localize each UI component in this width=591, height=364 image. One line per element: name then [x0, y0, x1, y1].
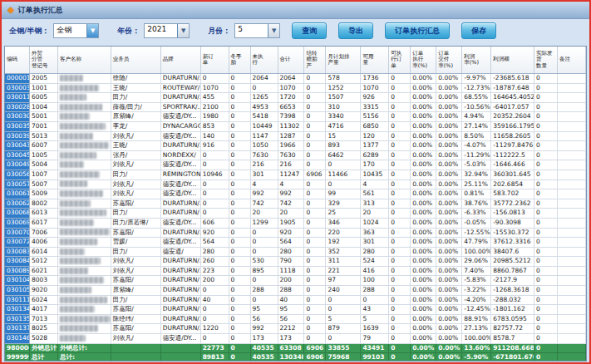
table-row[interactable]: 0301378025苏嘉阳/DURATURN/...12200992221208…: [5, 324, 586, 334]
cell-deliver_rate: 0.00%: [436, 324, 462, 334]
column-header-total[interactable]: 合计: [278, 47, 305, 73]
column-header-code[interactable]: 编码: [5, 47, 30, 73]
table-row[interactable]: 0300615009刘依凡/德安通/DY...0099299209956100.…: [5, 189, 586, 199]
cell-profit: 20985.5212: [491, 257, 534, 267]
cell-exec_rate: 0.00%: [411, 122, 436, 132]
table-row[interactable]: 0300495004刘依凡/德安通/DY...002162160017000.0…: [5, 160, 586, 170]
table-row[interactable]: 0301465028刘依凡/德安通/DY...00173173007900.00…: [5, 334, 586, 344]
steel-type-label: 全钢/半钢：: [9, 26, 49, 37]
table-row[interactable]: 0300696017田力/原若琳/德安通/DY...60601299190503…: [5, 219, 586, 229]
redacted-customer-name: [60, 133, 93, 140]
cell-avail: 5: [361, 315, 389, 325]
column-header-ship[interactable]: 实际发货 数量: [534, 47, 558, 73]
column-header-customer[interactable]: 客户名称: [58, 47, 111, 73]
table-row[interactable]: 0300357001李龙/DYNACARGO...853010449113020…: [5, 122, 586, 132]
redacted-customer-name: [60, 180, 87, 187]
cell-customer: [58, 334, 111, 344]
cell-ship: 0: [534, 141, 558, 151]
table-row[interactable]: 0301116024田力/DURATURN/40004000000.00%0.0…: [5, 296, 586, 306]
table-row[interactable]: 0301059020原紫绛/DURATURN/00288288024028800…: [5, 286, 586, 296]
column-header-new_order[interactable]: 新订 单: [201, 47, 229, 73]
cell-reg: 1005: [30, 151, 58, 161]
cell-carry: 0: [304, 248, 326, 258]
table-row[interactable]: 0300561007田力/REMINGTON...109460301112476…: [5, 170, 586, 180]
year-combo[interactable]: 2021 ▼: [144, 23, 190, 38]
column-header-unexec[interactable]: 未执 行: [251, 47, 278, 73]
cell-code: 030035: [5, 122, 30, 132]
table-row[interactable]: 0300836014田力/德安通/28000280035228000.00%0.…: [5, 248, 586, 258]
cell-remark: [558, 112, 586, 122]
cell-carry: 0: [304, 257, 326, 267]
table-row[interactable]: 0300628002苏嘉阳/DURATURN/...00742742032931…: [5, 199, 586, 209]
table-row[interactable]: 0300031001王晓/ROUTEWAY/107000107001252107…: [5, 84, 586, 94]
total-row[interactable]: 980000外销总计外销总计:2277304053563308690633855…: [5, 344, 586, 354]
cell-remark: [558, 257, 586, 267]
chevron-down-icon[interactable]: ▼: [268, 24, 279, 37]
column-header-exec[interactable]: 可执 行订 单: [389, 47, 411, 73]
table-row[interactable]: 0300707006苏嘉阳/DURATURN/...92000920022036…: [5, 229, 586, 239]
column-header-exec_rate[interactable]: 订单 执行 率(%): [411, 47, 436, 73]
table-row[interactable]: 0300116005田力/DURATURN/...455012651720015…: [5, 93, 586, 103]
table-row[interactable]: 0301048003苏嘉阳/DURATURN/2000020009710000.…: [5, 276, 586, 286]
table-row[interactable]: 0300686013田力/DURATURN/0020200252000.00%0…: [5, 209, 586, 219]
cell-plan: 0: [326, 305, 361, 315]
cell-exec: 0: [389, 74, 411, 84]
cell-brand: DURATURN/...: [161, 74, 201, 84]
toolbar: 全钢/半钢： 全钢 ▼ 年份： 2021 ▼ 月份： 5 ▼ 查询 导出 订单执…: [2, 19, 589, 42]
export-button[interactable]: 导出: [338, 22, 373, 39]
table-row[interactable]: 0300281004薛薇/田力/SPORTRAK/...210004953665…: [5, 103, 586, 113]
cell-exec: 0: [389, 141, 411, 151]
column-header-avail[interactable]: 可用 量: [361, 47, 389, 73]
cell-new_order: 1220: [201, 324, 229, 334]
table-row[interactable]: 0301357013陈经纬/DURATURN/...00565605500.00…: [5, 315, 586, 325]
table-row[interactable]: 0300305001原紫绛/德安通/DY...19800541873980334…: [5, 112, 586, 122]
table-row[interactable]: 0300845012刘依凡/DURATURN/...26005307900311…: [5, 257, 586, 267]
cell-exec_rate: 0.00%: [411, 132, 436, 142]
column-header-winter[interactable]: 冬季 胎: [229, 47, 251, 73]
cell-customer: [58, 74, 111, 84]
cell-customer: [58, 219, 111, 229]
cell-plan: 311: [326, 257, 361, 267]
table-row[interactable]: 0300896021刘依凡/DURATURN/...22308951118022…: [5, 267, 586, 277]
column-header-carry[interactable]: 结转 赠胎 产: [304, 47, 326, 73]
table-row[interactable]: 0300395013刘依凡/德安通/DY...14001147128701512…: [5, 132, 586, 142]
chevron-down-icon[interactable]: ▼: [86, 24, 98, 37]
column-header-reg[interactable]: 外贸 分管 登记号: [30, 47, 58, 73]
column-header-plan[interactable]: 月计划排 产量: [326, 47, 361, 73]
table-row[interactable]: 0300436007王晓/DURATURN/...916010501966089…: [5, 141, 586, 151]
cell-exec: 0: [389, 189, 411, 199]
month-combo[interactable]: 5 ▼: [234, 23, 280, 38]
cell-winter: 0: [229, 74, 251, 84]
cell-exec: 0: [389, 238, 411, 248]
table-row[interactable]: 0300451005张丹/NORDEXX/0076307630064626289…: [5, 151, 586, 161]
cell-profit: -18787.648: [491, 84, 534, 94]
column-header-brand[interactable]: 品牌: [161, 47, 201, 73]
cell-remark: [558, 160, 586, 170]
column-header-profit[interactable]: 利润额: [491, 47, 534, 73]
order-exec-summary-button[interactable]: 订单执行汇总: [385, 22, 450, 39]
cell-customer: [58, 151, 111, 161]
table-row[interactable]: 0000012005徐随/DURATURN/...002064206405781…: [5, 74, 586, 84]
app-window: ◆ 订单执行汇总 全钢/半钢： 全钢 ▼ 年份： 2021 ▼ 月份： 5 ▼ …: [0, 0, 591, 364]
column-header-remark[interactable]: 备注: [558, 47, 586, 73]
cell-customer: [58, 199, 111, 209]
diamond-icon: ◆: [7, 6, 14, 14]
cell-total: 216: [278, 160, 305, 170]
column-header-deliver_rate[interactable]: 订单 交付 率(%): [436, 47, 462, 73]
query-button[interactable]: 查询: [292, 22, 327, 39]
chevron-down-icon[interactable]: ▼: [177, 24, 189, 37]
column-header-salesman[interactable]: 业务员: [111, 47, 161, 73]
cell-profit: -112222.5: [491, 151, 534, 161]
redacted-customer-name: [60, 297, 107, 303]
table-row[interactable]: 0300575007刘依凡/德安通/DY...004400400.00%0.00…: [5, 180, 586, 190]
cell-unexec: 1147: [251, 132, 278, 142]
redacted-customer-name: [60, 209, 106, 216]
cell-salesman: 刘依凡/: [111, 257, 161, 267]
table-row[interactable]: 0301344017苏嘉阳/DURATURN/009595004300.00%0…: [5, 305, 586, 315]
steel-type-combo[interactable]: 全钢 ▼: [53, 23, 99, 38]
table-row[interactable]: 0300724006贾媛/德安通/DY...56400564019230100.…: [5, 238, 586, 248]
column-header-profit_rate[interactable]: 利润 率(%): [462, 47, 491, 73]
cell-reg: 8025: [30, 324, 58, 334]
save-button[interactable]: 保存: [461, 22, 496, 39]
total-row[interactable]: 999999总计总计:89813040535130348690675968991…: [5, 353, 586, 362]
